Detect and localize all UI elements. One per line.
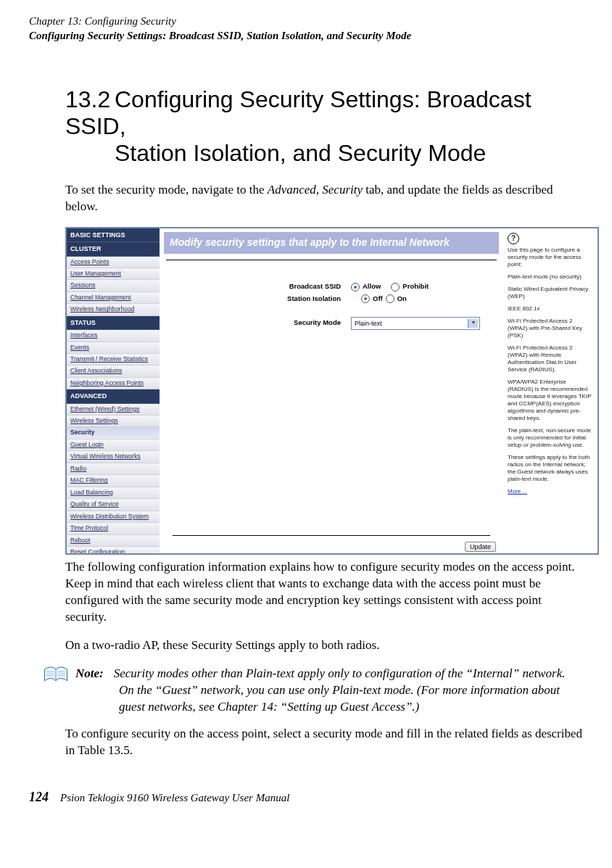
help-text: Static Wired Equivalent Privacy (WEP)	[508, 286, 593, 300]
sidebar-item[interactable]: Security	[67, 427, 160, 439]
broadcast-ssid-options: Allow Prohibit	[351, 282, 429, 292]
radio-allow[interactable]	[351, 283, 360, 292]
station-isolation-label: Station Isolation	[210, 294, 351, 304]
sidebar-item[interactable]: Load Balancing	[67, 487, 160, 499]
radio-prohibit[interactable]	[391, 283, 400, 292]
divider	[166, 260, 497, 260]
sidebar-group-header: STATUS	[67, 316, 160, 330]
header-chapter: Chapter 13: Configuring Security	[29, 15, 583, 29]
sidebar-item[interactable]: Sessions	[67, 280, 160, 292]
note-body: Security modes other than Plain-text app…	[114, 666, 566, 714]
radio-allow-label: Allow	[363, 282, 381, 292]
help-more-link[interactable]: More ...	[508, 488, 527, 495]
sidebar-item[interactable]: User Management	[67, 268, 160, 280]
sidebar-item[interactable]: Reset Configuration	[67, 547, 160, 555]
radio-off[interactable]	[361, 294, 370, 303]
sidebar-item[interactable]: Time Protocol	[67, 523, 160, 534]
intro-ital: Advanced, Security	[268, 183, 363, 197]
sidebar-item[interactable]: Neighboring Access Points	[67, 378, 160, 389]
station-isolation-options: Off On	[351, 294, 407, 304]
embedded-screenshot: BASIC SETTINGSCLUSTERAccess PointsUser M…	[65, 227, 599, 555]
note-text: Note:Security modes other than Plain-tex…	[75, 666, 568, 716]
help-text: Wi-Fi Protected Access 2 (WPA2) with Rem…	[508, 344, 593, 373]
sidebar-item[interactable]: Wireless Distribution System	[67, 511, 160, 523]
broadcast-ssid-label: Broadcast SSID	[210, 282, 351, 292]
header-section: Configuring Security Settings: Broadcast…	[29, 29, 583, 44]
book-icon	[44, 666, 68, 716]
sidebar-group-header: CLUSTER	[67, 242, 160, 256]
security-mode-select[interactable]: Plain-text ▾	[351, 317, 480, 330]
divider	[173, 535, 490, 536]
sidebar-nav: BASIC SETTINGSCLUSTERAccess PointsUser M…	[67, 228, 160, 553]
sidebar-item[interactable]: Wireless Neighborhood	[67, 304, 160, 315]
heading-number: 13.2	[65, 86, 115, 113]
help-pane: ? Use this page to configure a security …	[503, 228, 597, 553]
panel-banner: Modify security settings that apply to t…	[164, 232, 499, 254]
body-paragraph: To configure security on the access poin…	[29, 726, 583, 759]
section-heading: 13.2Configuring Security Settings: Broad…	[29, 86, 583, 166]
sidebar-item[interactable]: Channel Management	[67, 292, 160, 304]
help-text: Wi-Fi Protected Access 2 (WPA2) with Pre…	[508, 318, 593, 339]
help-text: Use this page to configure a security mo…	[508, 247, 593, 268]
sidebar-item[interactable]: Radio	[67, 463, 160, 475]
sidebar-item[interactable]: Guest Login	[67, 439, 160, 451]
sidebar-item[interactable]: Reboot	[67, 535, 160, 547]
page-footer: 124 Psion Teklogix 9160 Wireless Gateway…	[29, 788, 583, 806]
help-icon: ?	[508, 233, 519, 244]
security-mode-row: Security Mode Plain-text ▾	[210, 317, 481, 330]
radio-prohibit-label: Prohibit	[402, 282, 429, 292]
sidebar-item[interactable]: Ethernet (Wired) Settings	[67, 404, 160, 416]
help-text: Plain-text mode (no security)	[508, 273, 593, 281]
sidebar-item[interactable]: Transmit / Receive Statistics	[67, 354, 160, 365]
intro-paragraph: To set the security mode, navigate to th…	[29, 182, 583, 215]
radio-on[interactable]	[386, 294, 394, 303]
security-mode-value: Plain-text	[355, 319, 382, 328]
sidebar-item[interactable]: Quality of Service	[67, 499, 160, 511]
help-text: WPA/WPA2 Enterprise (RADIUS) is the reco…	[508, 379, 593, 422]
sidebar-group-header: ADVANCED	[67, 389, 160, 403]
note-label: Note:	[75, 666, 114, 680]
footer-text: Psion Teklogix 9160 Wireless Gateway Use…	[60, 790, 289, 805]
help-text: The plain-text, non-secure mode is only …	[508, 427, 593, 449]
security-mode-label: Security Mode	[210, 318, 351, 328]
sidebar-item[interactable]: Client Associations	[67, 365, 160, 377]
broadcast-ssid-row: Broadcast SSID Allow Prohibit	[210, 282, 481, 292]
sidebar-group-header: BASIC SETTINGS	[67, 228, 160, 242]
running-header: Chapter 13: Configuring Security Configu…	[29, 15, 583, 43]
heading-line2: Station Isolation, and Security Mode	[65, 140, 583, 167]
sidebar-item[interactable]: MAC Filtering	[67, 475, 160, 487]
body-paragraph: On a two-radio AP, these Security Settin…	[29, 637, 583, 654]
radio-off-label: Off	[373, 294, 383, 304]
sidebar-item[interactable]: Virtual Wireless Networks	[67, 451, 160, 463]
note-block: Note:Security modes other than Plain-tex…	[44, 666, 568, 716]
heading-line1: Configuring Security Settings: Broadcast…	[65, 86, 532, 139]
help-text: These settings apply to the both radios …	[508, 454, 593, 483]
help-text: IEEE 802.1x	[508, 305, 593, 313]
update-button[interactable]: Update	[465, 542, 496, 552]
radio-on-label: On	[397, 294, 407, 304]
page-number: 124	[29, 788, 49, 806]
sidebar-item[interactable]: Wireless Settings	[67, 416, 160, 427]
intro-pre: To set the security mode, navigate to th…	[65, 183, 268, 197]
sidebar-item[interactable]: Events	[67, 342, 160, 354]
body-paragraph: The following configuration information …	[29, 559, 583, 626]
sidebar-item[interactable]: Access Points	[67, 257, 160, 268]
sidebar-item[interactable]: Interfaces	[67, 330, 160, 342]
station-isolation-row: Station Isolation Off On	[210, 294, 481, 304]
chevron-down-icon: ▾	[468, 319, 478, 328]
main-content-area: Modify security settings that apply to t…	[160, 228, 503, 553]
